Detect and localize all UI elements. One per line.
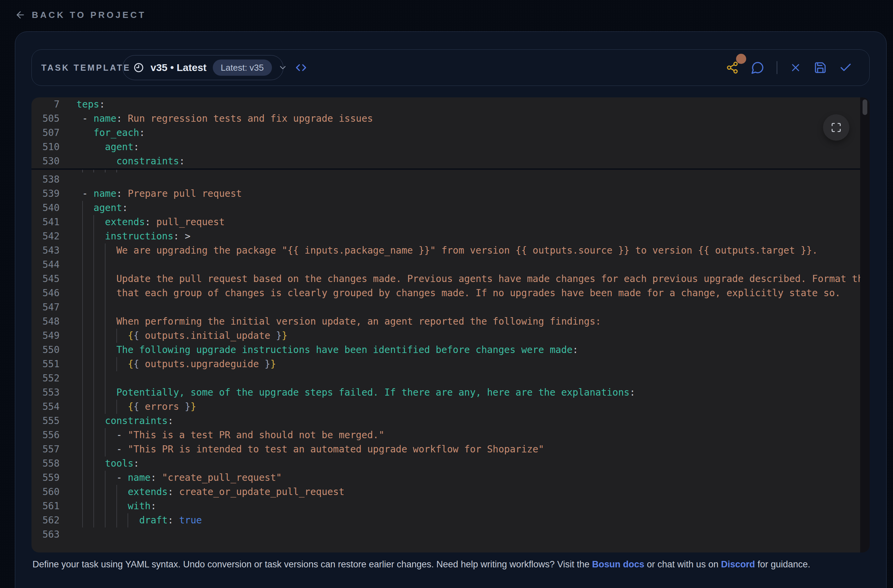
code-line-text: - "This is a test PR and should not be m… [77, 428, 384, 442]
line-number: 560 [32, 485, 60, 499]
code-line-text: Update the pull request based on the cha… [77, 272, 860, 286]
version-selector[interactable]: v35 • Latest Latest: v35 [122, 55, 283, 80]
code-line: 561 with: [32, 499, 860, 513]
line-number: 553 [32, 386, 60, 400]
code-line: 557 - "This PR is intended to test an au… [32, 442, 860, 456]
code-line-text: The following upgrade instructions have … [77, 343, 578, 357]
code-line: 560 extends: create_or_update_pull_reque… [32, 485, 860, 499]
line-number: 510 [32, 140, 60, 154]
back-arrow-icon [15, 9, 26, 20]
code-line-text: teps: [77, 98, 105, 112]
code-line-text: agent: [77, 201, 128, 215]
confirm-button[interactable] [839, 61, 852, 74]
line-number: 543 [32, 243, 60, 258]
help-text-before: Define your task using YAML syntax. Undo… [33, 559, 592, 569]
line-number: 555 [32, 414, 60, 428]
history-clock-icon [133, 62, 144, 74]
line-number: 554 [32, 400, 60, 414]
code-line-text: - name: "create_pull_request" [77, 471, 282, 485]
line-number: 544 [32, 258, 60, 272]
sticky-scroll-lines: 7teps:505 - name: Run regression tests a… [32, 98, 860, 168]
code-line: 543 We are upgrading the package "{{ inp… [32, 243, 860, 258]
yaml-code-editor[interactable]: 7teps:505 - name: Run regression tests a… [32, 98, 870, 552]
code-line-text: extends: pull_request [77, 215, 225, 229]
code-line-text: draft: true [77, 513, 202, 528]
toolbar-divider [777, 61, 777, 74]
code-line-text: for_each: [77, 126, 145, 140]
toolbar: TASK TEMPLATE v35 • Latest Latest: v35 [32, 50, 870, 86]
line-number: 530 [32, 154, 60, 168]
line-number: 563 [32, 528, 60, 542]
line-number: 548 [32, 315, 60, 328]
line-number: 547 [32, 300, 60, 315]
code-line-text: - name: Prepare pull request [77, 187, 242, 201]
share-button[interactable] [726, 61, 739, 74]
back-to-project-label: BACK TO PROJECT [32, 10, 146, 20]
line-number: 562 [32, 513, 60, 528]
code-line: 544 [32, 258, 860, 272]
code-line-text: {{ outputs.initial_update }} [77, 328, 287, 343]
line-number: 505 [32, 112, 60, 126]
code-line-text: agent: [77, 140, 139, 154]
code-line: 542 instructions: > [32, 229, 860, 243]
sticky-line: 530 constraints: [32, 154, 860, 168]
code-line-text: constraints: [77, 414, 173, 428]
back-to-project-link[interactable]: BACK TO PROJECT [15, 9, 146, 20]
notification-dot [736, 54, 746, 64]
code-line-text: constraints: [77, 154, 185, 168]
toolbar-actions [726, 50, 852, 86]
editor-scrollbar-track[interactable] [860, 98, 870, 552]
line-number: 556 [32, 428, 60, 442]
code-line-text: {{ outputs.upgradeguide }} [77, 357, 276, 371]
code-line: 558 tools: [32, 456, 860, 471]
code-line: 551 {{ outputs.upgradeguide }} [32, 357, 860, 371]
code-line-text: Potentially, some of the upgrade steps f… [77, 386, 635, 400]
code-line-text: - name: Run regression tests and fix upg… [77, 112, 373, 126]
code-line: 545 Update the pull request based on the… [32, 272, 860, 286]
code-line: 563 [32, 528, 860, 542]
version-current-label: v35 • Latest [150, 62, 207, 74]
line-number: 507 [32, 126, 60, 140]
close-button[interactable] [789, 62, 802, 74]
save-button[interactable] [814, 61, 827, 74]
help-text-middle: or chat with us on [644, 559, 721, 569]
line-number: 7 [32, 98, 60, 112]
line-number: 549 [32, 328, 60, 343]
fullscreen-button[interactable] [823, 114, 849, 141]
code-line: 546 that each group of changes is clearl… [32, 286, 860, 300]
chevron-down-icon [278, 63, 287, 72]
code-line-text: When performing the initial version upda… [77, 315, 601, 328]
code-line-text: - "This PR is intended to test an automa… [77, 442, 544, 456]
code-line: 552 [32, 371, 860, 386]
code-line: 538 [32, 172, 860, 187]
line-number: 552 [32, 371, 60, 386]
code-line-text: We are upgrading the package "{{ inputs.… [77, 243, 818, 258]
chat-button[interactable] [751, 61, 764, 74]
code-view-toggle-button[interactable] [294, 50, 308, 86]
latest-version-badge: Latest: v35 [213, 60, 272, 76]
sticky-scroll-divider [32, 168, 860, 170]
sticky-line: 507 for_each: [32, 126, 860, 140]
sticky-line: 510 agent: [32, 140, 860, 154]
code-line: 556 - "This is a test PR and should not … [32, 428, 860, 442]
code-line: 554 {{ errors }} [32, 400, 860, 414]
line-number: 541 [32, 215, 60, 229]
line-number: 545 [32, 272, 60, 286]
code-line: 553 Potentially, some of the upgrade ste… [32, 386, 860, 400]
code-line: 540 agent: [32, 201, 860, 215]
help-text-after: for guidance. [755, 559, 810, 569]
discord-link[interactable]: Discord [721, 559, 755, 569]
bosun-docs-link[interactable]: Bosun docs [592, 559, 644, 569]
code-line: 541 extends: pull_request [32, 215, 860, 229]
line-number: 558 [32, 456, 60, 471]
editor-scrollbar-thumb[interactable] [863, 99, 867, 115]
sticky-line: 7teps: [32, 98, 860, 112]
code-lines: 538539 - name: Prepare pull request540 a… [32, 172, 860, 542]
code-line: 548 When performing the initial version … [32, 315, 860, 328]
line-number: 540 [32, 201, 60, 215]
line-number: 559 [32, 471, 60, 485]
code-line: 549 {{ outputs.initial_update }} [32, 328, 860, 343]
sticky-line: 505 - name: Run regression tests and fix… [32, 112, 860, 126]
code-line-text: {{ errors }} [77, 400, 196, 414]
code-line-text: tools: [77, 456, 139, 471]
